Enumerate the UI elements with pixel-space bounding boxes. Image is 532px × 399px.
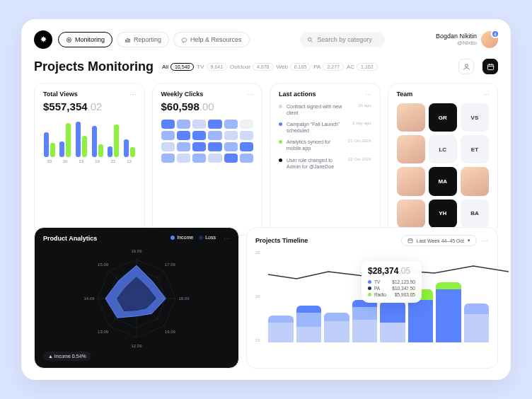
card-grid: Total Views ⋯ $557,354.02 202623192112 W… (34, 83, 498, 220)
action-item[interactable]: Analytics synced for mobile app21 Oct 20… (279, 139, 371, 151)
action-item[interactable]: Contract signed with new client1h ago (279, 103, 371, 116)
nav-tab-help-resources[interactable]: Help & Resources (173, 32, 250, 47)
filter-ac[interactable]: AC1,102 (347, 63, 378, 71)
team-initials[interactable]: LC (429, 135, 457, 163)
card-title: Last actions (279, 91, 371, 98)
heatmap-chart (161, 120, 254, 163)
svg-text:12.09: 12.09 (131, 344, 142, 348)
more-icon[interactable]: ⋯ (247, 91, 255, 98)
calendar-icon (407, 238, 413, 243)
notification-badge: 4 (491, 30, 499, 38)
nav-tab-monitoring[interactable]: Monitoring (58, 32, 112, 47)
team-initials[interactable]: YH (429, 200, 457, 228)
filter-row: All10,540TV9,641Outdoor4,870Web6,185PA2,… (162, 63, 450, 71)
users-icon-button[interactable] (458, 59, 474, 74)
timeline-bar[interactable] (268, 316, 294, 342)
team-initials[interactable]: VS (461, 103, 489, 132)
card-title: Projects Timeline (255, 237, 308, 244)
svg-rect-4 (129, 39, 130, 42)
more-icon[interactable]: ⋯ (481, 237, 489, 245)
legend-loss: Loss (205, 235, 216, 240)
topbar: MonitoringReportingHelp & Resources Sear… (34, 30, 498, 49)
team-avatar[interactable] (397, 103, 425, 132)
svg-text:15.09: 15.09 (98, 262, 109, 267)
action-item[interactable]: User role changed to Admin for @JaneDoe2… (279, 157, 371, 170)
chevron-down-icon: ▾ (468, 238, 470, 243)
logo-icon (39, 35, 48, 45)
timeline-bar[interactable] (324, 313, 349, 342)
legend: Income Loss (170, 235, 216, 240)
card-title: Team (397, 91, 490, 98)
search-icon (307, 37, 313, 43)
date-range-picker[interactable]: Last Week 44–45 Oct ▾ (401, 235, 477, 246)
svg-text:17.09: 17.09 (165, 262, 176, 267)
actions-list: Contract signed with new client1h agoCam… (279, 103, 371, 170)
team-avatar[interactable] (461, 167, 489, 195)
card-projects-timeline: Projects Timeline Last Week 44–45 Oct ▾ … (246, 227, 498, 369)
logo[interactable] (34, 30, 52, 49)
card-total-views: Total Views ⋯ $557,354.02 202623192112 (34, 83, 145, 236)
timeline-bar[interactable] (296, 306, 322, 342)
svg-text:14.09: 14.09 (83, 296, 95, 301)
team-grid: GRVSLCETMAYHBA (397, 103, 490, 228)
svg-rect-8 (487, 64, 493, 69)
user-menu[interactable]: Bogdan Nikitin @Nixtio 4 (436, 31, 498, 48)
card-last-actions: Last actions ⋯ Contract signed with new … (270, 83, 381, 236)
calendar-icon (487, 63, 495, 71)
bar-chart: 202623192112 (43, 120, 136, 163)
radar-chart: 16.0917.0918.0919.0912.0913.0914.0915.09 (43, 242, 230, 348)
weekly-clicks-value: $60,598.00 (161, 100, 254, 112)
team-avatar[interactable] (397, 200, 425, 228)
users-icon (463, 63, 470, 71)
more-icon[interactable]: ⋯ (129, 91, 137, 98)
legend-income: Income (177, 235, 193, 240)
nav-tabs: MonitoringReportingHelp & Resources (58, 32, 250, 47)
filter-outdoor[interactable]: Outdoor4,870 (230, 63, 273, 71)
date-range-label: Last Week 44–45 Oct (417, 238, 464, 243)
svg-text:13.09: 13.09 (98, 330, 109, 334)
svg-line-6 (311, 40, 313, 42)
svg-point-7 (465, 64, 468, 66)
team-avatar[interactable] (397, 167, 425, 195)
timeline-bar[interactable] (464, 303, 490, 342)
svg-rect-2 (126, 40, 127, 42)
card-title: Total Views (43, 91, 136, 98)
calendar-icon-button[interactable] (482, 59, 498, 74)
team-initials[interactable]: MA (429, 167, 457, 195)
app-window: MonitoringReportingHelp & Resources Sear… (21, 19, 511, 380)
card-weekly-clicks: Weekly Clicks ⋯ $60,598.00 (152, 83, 263, 236)
svg-text:18.09: 18.09 (178, 296, 190, 301)
card-team: Team ⋯ GRVSLCETMAYHBA (388, 83, 499, 236)
team-initials[interactable]: BA (461, 200, 489, 228)
avatar[interactable]: 4 (481, 31, 498, 48)
card-product-analytics: Product Analytics Income Loss ⋯ 16.0917.… (34, 227, 239, 369)
income-badge: ▲ Income 0.54% (43, 352, 91, 361)
team-initials[interactable]: GR (429, 103, 457, 132)
filter-pa[interactable]: PA2,277 (313, 63, 344, 71)
timeline-bar[interactable] (380, 301, 405, 342)
timeline-bar[interactable] (352, 300, 378, 342)
filter-all[interactable]: All10,540 (162, 63, 194, 71)
card-title: Weekly Clicks (161, 91, 254, 98)
team-avatar[interactable] (397, 135, 425, 163)
subheader: Projects Monitoring All10,540TV9,641Outd… (34, 59, 498, 74)
team-initials[interactable]: ET (461, 135, 489, 163)
svg-point-1 (69, 39, 70, 40)
nav-tab-reporting[interactable]: Reporting (117, 32, 169, 47)
more-icon[interactable]: ⋯ (365, 91, 373, 98)
svg-text:16.09: 16.09 (131, 249, 142, 253)
row-2: Product Analytics Income Loss ⋯ 16.0917.… (34, 227, 498, 369)
search-placeholder: Search by category (317, 36, 372, 43)
timeline-chart: 252015 $28,374.05TV$12,123.50PA$10,347.5… (255, 250, 489, 342)
action-item[interactable]: Campaign "Fall Launch" scheduled2 day ag… (279, 121, 371, 134)
filter-tv[interactable]: TV9,641 (197, 63, 227, 71)
svg-rect-3 (127, 38, 129, 42)
svg-point-5 (308, 37, 312, 41)
search-input[interactable]: Search by category (300, 32, 385, 47)
filter-web[interactable]: Web6,185 (277, 63, 311, 71)
total-views-value: $557,354.02 (43, 100, 136, 112)
timeline-bar[interactable] (436, 282, 461, 342)
svg-text:19.09: 19.09 (165, 330, 176, 334)
more-icon[interactable]: ⋯ (482, 91, 490, 98)
user-handle: @Nixtio (436, 40, 477, 47)
